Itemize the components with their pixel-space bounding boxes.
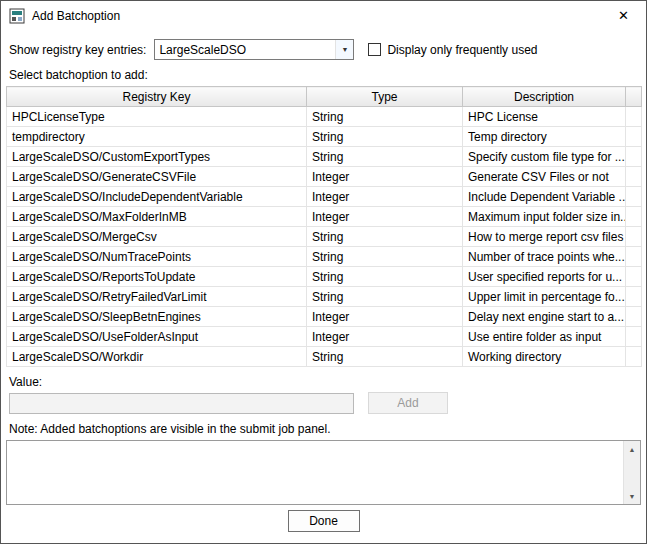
cell-gutter <box>626 267 642 287</box>
cell-type: Integer <box>307 207 463 227</box>
value-label: Value: <box>9 375 641 389</box>
cell-gutter <box>626 287 642 307</box>
cell-gutter <box>626 127 642 147</box>
cell-gutter <box>626 247 642 267</box>
column-header-registry-key[interactable]: Registry Key <box>7 87 307 107</box>
cell-description: Upper limit in percentage fo... <box>463 287 626 307</box>
table-header-row: Registry Key Type Description <box>7 87 642 107</box>
cell-type: String <box>307 227 463 247</box>
frequently-used-label: Display only frequently used <box>387 43 537 57</box>
cell-registry-key: LargeScaleDSO/IncludeDependentVariable <box>7 187 307 207</box>
table-row[interactable]: LargeScaleDSO/SleepBetnEngines Integer D… <box>7 307 642 327</box>
cell-gutter <box>626 107 642 127</box>
table-body: HPCLicenseType String HPC License tempdi… <box>7 107 642 367</box>
cell-gutter <box>626 227 642 247</box>
column-header-description[interactable]: Description <box>463 87 626 107</box>
done-button[interactable]: Done <box>288 510 360 532</box>
table-row[interactable]: LargeScaleDSO/RetryFailedVarLimit String… <box>7 287 642 307</box>
cell-registry-key: LargeScaleDSO/RetryFailedVarLimit <box>7 287 307 307</box>
panel-scrollbar[interactable]: ▲ ▼ <box>623 441 640 504</box>
cell-registry-key: LargeScaleDSO/GenerateCSVFile <box>7 167 307 187</box>
cell-gutter <box>626 147 642 167</box>
scroll-down-icon[interactable]: ▼ <box>624 488 640 504</box>
table-row[interactable]: LargeScaleDSO/CustomExportTypes String S… <box>7 147 642 167</box>
cell-type: String <box>307 107 463 127</box>
cell-type: Integer <box>307 167 463 187</box>
cell-registry-key: LargeScaleDSO/NumTracePoints <box>7 247 307 267</box>
cell-description: Use entire folder as input <box>463 327 626 347</box>
add-batchoption-dialog: Add Batchoption ✕ Show registry key entr… <box>0 0 647 544</box>
cell-description: HPC License <box>463 107 626 127</box>
registry-entries-label: Show registry key entries: <box>9 43 146 57</box>
table-row[interactable]: LargeScaleDSO/UseFolderAsInput Integer U… <box>7 327 642 347</box>
table-row[interactable]: LargeScaleDSO/MaxFolderInMB Integer Maxi… <box>7 207 642 227</box>
cell-gutter <box>626 327 642 347</box>
registry-entries-dropdown[interactable]: LargeScaleDSO ▼ <box>154 39 354 60</box>
table-row[interactable]: LargeScaleDSO/Workdir String Working dir… <box>7 347 642 367</box>
table-row[interactable]: LargeScaleDSO/NumTracePoints String Numb… <box>7 247 642 267</box>
dialog-body: Show registry key entries: LargeScaleDSO… <box>1 31 646 543</box>
cell-gutter <box>626 347 642 367</box>
cell-type: String <box>307 267 463 287</box>
cell-type: Integer <box>307 307 463 327</box>
registry-controls-row: Show registry key entries: LargeScaleDSO… <box>9 39 641 60</box>
cell-type: Integer <box>307 327 463 347</box>
cell-description: Temp directory <box>463 127 626 147</box>
table-row[interactable]: LargeScaleDSO/ReportsToUpdate String Use… <box>7 267 642 287</box>
cell-description: Number of trace points whe... <box>463 247 626 267</box>
cell-description: User specified reports for u... <box>463 267 626 287</box>
batchoption-table: Registry Key Type Description HPCLicense… <box>6 86 641 367</box>
cell-type: String <box>307 127 463 147</box>
cell-registry-key: LargeScaleDSO/MaxFolderInMB <box>7 207 307 227</box>
cell-registry-key: LargeScaleDSO/MergeCsv <box>7 227 307 247</box>
cell-registry-key: tempdirectory <box>7 127 307 147</box>
cell-registry-key: HPCLicenseType <box>7 107 307 127</box>
registry-entries-value: LargeScaleDSO <box>155 43 335 57</box>
close-button[interactable]: ✕ <box>601 1 646 31</box>
titlebar: Add Batchoption ✕ <box>1 1 646 31</box>
table-row[interactable]: LargeScaleDSO/IncludeDependentVariable I… <box>7 187 642 207</box>
cell-description: Specify custom file type for ... <box>463 147 626 167</box>
cell-gutter <box>626 207 642 227</box>
cell-description: Generate CSV Files or not <box>463 167 626 187</box>
cell-type: Integer <box>307 187 463 207</box>
cell-type: String <box>307 287 463 307</box>
cell-gutter <box>626 187 642 207</box>
scrollbar-gutter-header <box>626 87 642 107</box>
table-row[interactable]: tempdirectory String Temp directory <box>7 127 642 147</box>
cell-description: How to merge report csv files <box>463 227 626 247</box>
chevron-down-icon[interactable]: ▼ <box>335 40 353 59</box>
select-batchoption-label: Select batchoption to add: <box>9 68 641 82</box>
app-icon <box>9 8 25 24</box>
note-label: Note: Added batchoptions are visible in … <box>9 422 641 436</box>
window-title: Add Batchoption <box>32 9 120 23</box>
cell-type: String <box>307 247 463 267</box>
cell-gutter <box>626 167 642 187</box>
cell-description: Delay next engine start to a... <box>463 307 626 327</box>
scroll-up-icon[interactable]: ▲ <box>624 441 640 457</box>
cell-type: String <box>307 147 463 167</box>
cell-description: Include Dependent Variable ... <box>463 187 626 207</box>
value-input[interactable] <box>9 393 354 414</box>
cell-registry-key: LargeScaleDSO/CustomExportTypes <box>7 147 307 167</box>
cell-registry-key: LargeScaleDSO/UseFolderAsInput <box>7 327 307 347</box>
cell-gutter <box>626 307 642 327</box>
checkbox-box[interactable] <box>368 43 381 56</box>
cell-registry-key: LargeScaleDSO/ReportsToUpdate <box>7 267 307 287</box>
table-row[interactable]: HPCLicenseType String HPC License <box>7 107 642 127</box>
cell-description: Maximum input folder size in... <box>463 207 626 227</box>
footer: Done <box>6 505 641 537</box>
column-header-type[interactable]: Type <box>307 87 463 107</box>
add-button[interactable]: Add <box>368 392 448 414</box>
value-row: Add <box>9 392 641 414</box>
frequently-used-checkbox[interactable]: Display only frequently used <box>368 43 537 57</box>
cell-type: String <box>307 347 463 367</box>
table-row[interactable]: LargeScaleDSO/MergeCsv String How to mer… <box>7 227 642 247</box>
table-row[interactable]: LargeScaleDSO/GenerateCSVFile Integer Ge… <box>7 167 642 187</box>
cell-registry-key: LargeScaleDSO/SleepBetnEngines <box>7 307 307 327</box>
cell-registry-key: LargeScaleDSO/Workdir <box>7 347 307 367</box>
added-batchoptions-panel[interactable]: ▲ ▼ <box>6 440 641 505</box>
cell-description: Working directory <box>463 347 626 367</box>
